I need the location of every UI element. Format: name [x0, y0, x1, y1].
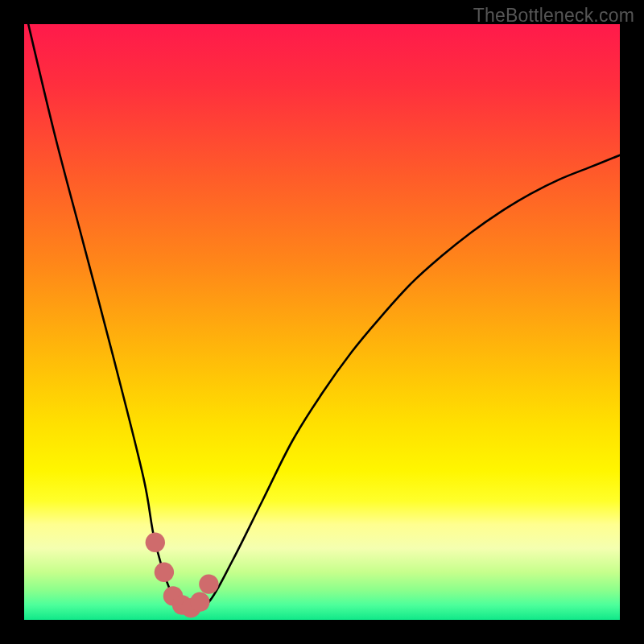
marker-dot	[146, 533, 165, 552]
marker-dot	[199, 574, 218, 593]
marker-dot	[155, 563, 174, 582]
chart-frame: TheBottleneck.com	[0, 0, 644, 644]
curve-layer	[24, 24, 620, 620]
plot-area	[24, 24, 620, 620]
watermark-text: TheBottleneck.com	[473, 5, 634, 27]
marker-dot	[190, 592, 209, 612]
highlight-markers	[146, 533, 219, 618]
bottleneck-curve	[24, 24, 620, 609]
